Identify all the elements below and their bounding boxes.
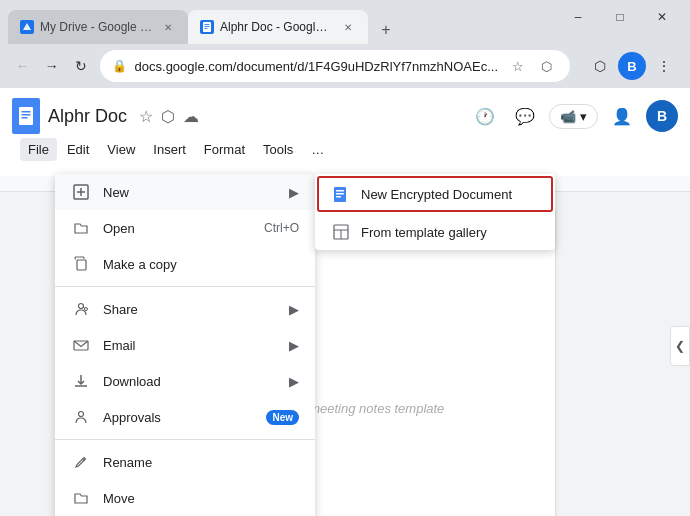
- new-arrow-icon: ▶: [289, 185, 299, 200]
- share-icon: [71, 299, 91, 319]
- copy-icon: [71, 254, 91, 274]
- add-people-button[interactable]: 👤: [606, 100, 638, 132]
- email-icon: [71, 335, 91, 355]
- menu-item-copy[interactable]: Make a copy: [55, 246, 315, 282]
- menu-item-share-label: Share: [103, 302, 277, 317]
- minimize-button[interactable]: –: [558, 3, 598, 31]
- open-icon: [71, 218, 91, 238]
- menu-file[interactable]: File: [20, 138, 57, 161]
- svg-rect-7: [22, 114, 31, 116]
- svg-rect-6: [22, 111, 31, 113]
- submenu-item-template[interactable]: From template gallery: [315, 214, 555, 250]
- close-button[interactable]: ✕: [642, 3, 682, 31]
- reload-button[interactable]: ↻: [70, 52, 91, 80]
- template-gallery-label: From template gallery: [361, 225, 487, 240]
- svg-point-13: [79, 304, 84, 309]
- menu-item-new[interactable]: New ▶: [55, 174, 315, 210]
- sidebar-collapse-button[interactable]: ❮: [670, 326, 690, 366]
- menu-tools[interactable]: Tools: [255, 138, 301, 161]
- tab-docs-close[interactable]: ✕: [340, 19, 356, 35]
- svg-rect-4: [205, 28, 208, 29]
- star-icon[interactable]: ☆: [139, 107, 153, 126]
- svg-rect-25: [336, 196, 341, 198]
- meet-button[interactable]: 📹 ▾: [549, 104, 598, 129]
- svg-line-20: [83, 459, 85, 461]
- docs-title: Alphr Doc: [48, 106, 127, 127]
- approvals-icon: [71, 407, 91, 427]
- svg-rect-8: [22, 117, 28, 119]
- user-avatar[interactable]: B: [646, 100, 678, 132]
- new-submenu: New Encrypted Document From template gal…: [315, 174, 555, 250]
- menu-item-copy-label: Make a copy: [103, 257, 299, 272]
- extensions-button[interactable]: ⬡: [586, 52, 614, 80]
- email-arrow-icon: ▶: [289, 338, 299, 353]
- svg-rect-12: [77, 260, 86, 270]
- menu-item-download[interactable]: Download ▶: [55, 363, 315, 399]
- comments-button[interactable]: 💬: [509, 100, 541, 132]
- menu-more[interactable]: …: [303, 138, 332, 161]
- encrypted-doc-icon: [331, 184, 351, 204]
- meet-icon: 📹: [560, 109, 576, 124]
- submenu-item-new-encrypted[interactable]: New Encrypted Document: [317, 176, 553, 212]
- lock-icon: 🔒: [112, 59, 127, 73]
- menu-button[interactable]: ⋮: [650, 52, 678, 80]
- menu-item-move[interactable]: Move: [55, 480, 315, 516]
- menu-item-approvals[interactable]: Approvals New: [55, 399, 315, 435]
- docs-favicon: [200, 20, 214, 34]
- open-shortcut: Ctrl+O: [264, 221, 299, 235]
- tab-docs[interactable]: Alphr Doc - Google Docs ✕: [188, 10, 368, 44]
- tab-drive-close[interactable]: ✕: [160, 19, 176, 35]
- tab-drive[interactable]: My Drive - Google Drive ✕: [8, 10, 188, 44]
- divider-1: [55, 286, 315, 287]
- template-icon: [331, 222, 351, 242]
- menu-item-rename-label: Rename: [103, 455, 299, 470]
- rename-icon: [71, 452, 91, 472]
- share-arrow-icon: ▶: [289, 302, 299, 317]
- tab-docs-label: Alphr Doc - Google Docs: [220, 20, 334, 34]
- cast-icon[interactable]: ⬡: [534, 54, 558, 78]
- menu-item-email[interactable]: Email ▶: [55, 327, 315, 363]
- bookmark-docs-icon[interactable]: ⬡: [161, 107, 175, 126]
- maximize-button[interactable]: □: [600, 3, 640, 31]
- menu-item-approvals-label: Approvals: [103, 410, 254, 425]
- file-menu-dropdown: New ▶ Open Ctrl+O Make a copy Share ▶: [55, 174, 315, 516]
- menu-item-open[interactable]: Open Ctrl+O: [55, 210, 315, 246]
- menu-insert[interactable]: Insert: [145, 138, 194, 161]
- download-arrow-icon: ▶: [289, 374, 299, 389]
- svg-rect-3: [205, 26, 210, 27]
- svg-rect-23: [336, 190, 344, 192]
- history-button[interactable]: 🕐: [469, 100, 501, 132]
- bookmark-icon[interactable]: ☆: [506, 54, 530, 78]
- url-bar[interactable]: 🔒 docs.google.com/document/d/1F4G9uHDzRl…: [100, 50, 570, 82]
- move-icon: [71, 488, 91, 508]
- svg-point-19: [79, 412, 84, 417]
- new-icon: [71, 182, 91, 202]
- menu-item-email-label: Email: [103, 338, 277, 353]
- back-button[interactable]: ←: [12, 52, 33, 80]
- app-area: Alphr Doc ☆ ⬡ ☁ 🕐 💬 📹 ▾ 👤 B File Edit Vi: [0, 88, 690, 516]
- menu-item-share[interactable]: Share ▶: [55, 291, 315, 327]
- profile-button[interactable]: B: [618, 52, 646, 80]
- docs-toolbar: Alphr Doc ☆ ⬡ ☁ 🕐 💬 📹 ▾ 👤 B File Edit Vi: [0, 88, 690, 163]
- menu-item-rename[interactable]: Rename: [55, 444, 315, 480]
- meet-chevron: ▾: [580, 109, 587, 124]
- forward-button[interactable]: →: [41, 52, 62, 80]
- svg-rect-24: [336, 193, 344, 195]
- menu-view[interactable]: View: [99, 138, 143, 161]
- svg-marker-0: [23, 23, 31, 30]
- cloud-icon[interactable]: ☁: [183, 107, 199, 126]
- menu-item-move-label: Move: [103, 491, 299, 506]
- menu-bar: File Edit View Insert Format Tools …: [12, 136, 678, 163]
- download-icon: [71, 371, 91, 391]
- approvals-badge: New: [266, 410, 299, 425]
- menu-item-new-label: New: [103, 185, 277, 200]
- docs-app-icon: [12, 98, 40, 134]
- menu-edit[interactable]: Edit: [59, 138, 97, 161]
- svg-line-15: [83, 307, 85, 309]
- new-encrypted-label: New Encrypted Document: [361, 187, 512, 202]
- menu-item-download-label: Download: [103, 374, 277, 389]
- svg-rect-2: [205, 24, 210, 25]
- menu-format[interactable]: Format: [196, 138, 253, 161]
- divider-2: [55, 439, 315, 440]
- new-tab-button[interactable]: +: [372, 16, 400, 44]
